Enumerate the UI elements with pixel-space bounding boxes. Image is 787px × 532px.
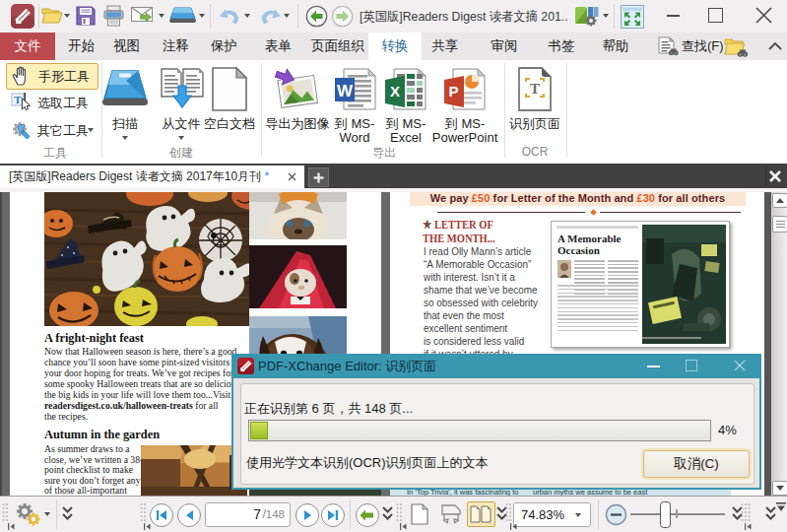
svg-text:X: X bbox=[390, 83, 400, 100]
svg-text:T: T bbox=[14, 94, 22, 105]
svg-text:T: T bbox=[530, 81, 540, 97]
svg-text:W: W bbox=[337, 82, 354, 100]
svg-text:P: P bbox=[448, 83, 458, 100]
